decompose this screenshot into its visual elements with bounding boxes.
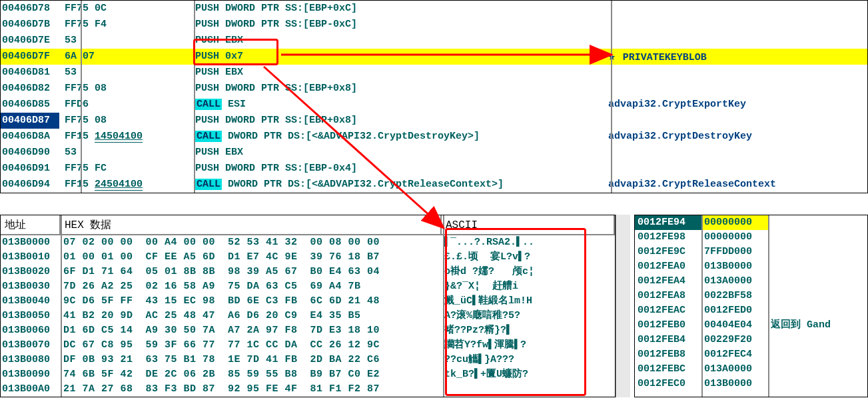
- hex-bytes: 41 B2 20 9D AC 25 48 47 A6 D6 20 C9 E4 3…: [61, 309, 442, 323]
- asm-bytes: FF15 24504100: [59, 177, 193, 193]
- stack-comment: [768, 274, 867, 289]
- asm-bytes: FF75 F4: [59, 17, 193, 33]
- asm-comment: [606, 145, 867, 161]
- asm-bytes: 53: [59, 145, 193, 161]
- hex-ascii: o褂d ?嬬? 颅c¦: [442, 265, 615, 279]
- stack-row[interactable]: 0012FEBC013A0000: [635, 362, 867, 377]
- hex-row[interactable]: 013B00206F D1 71 64 05 01 8B 8B 98 39 A5…: [1, 265, 615, 279]
- asm-row[interactable]: 00406D8153PUSH EBX: [1, 65, 867, 81]
- stack-address: 0012FEB8: [635, 347, 701, 362]
- hex-ascii: £.£.顷 宴L?v▌?: [442, 250, 615, 265]
- hex-bytes: 7D 26 A2 25 02 16 58 A9 75 DA 63 C5 69 A…: [61, 279, 442, 294]
- stack-value: 013B0000: [701, 377, 768, 391]
- asm-row[interactable]: 00406D85FFD6CALL ESIadvapi32.CryptExport…: [1, 97, 867, 113]
- stack-comment: [768, 377, 867, 391]
- hex-row[interactable]: 013B0070DC 67 C8 95 59 3F 66 77 77 1C CC…: [1, 338, 615, 353]
- stack-row[interactable]: 0012FEAC0012FED0: [635, 303, 867, 318]
- hex-bytes: 01 00 01 00 CF EE A5 6D D1 E7 4C 9E 39 7…: [61, 250, 442, 265]
- asm-instruction: PUSH DWORD PTR SS:[EBP+0x8]: [193, 113, 606, 129]
- stack-row[interactable]: 0012FEC0013B0000: [635, 377, 867, 391]
- stack-comment: [768, 333, 867, 347]
- hex-row[interactable]: 013B000007 02 00 00 00 A4 00 00 52 53 41…: [1, 235, 615, 250]
- stack-comment: [768, 230, 867, 245]
- asm-comment: [606, 113, 867, 129]
- stack-row[interactable]: 0012FE9400000000: [635, 215, 867, 230]
- stack-row[interactable]: 0012FE9C7FFDD000: [635, 245, 867, 259]
- asm-row[interactable]: 00406D7F6A 07PUSH 0x7★ PRIVATEKEYBLOB: [1, 49, 867, 65]
- asm-row[interactable]: 00406D78FF75 0CPUSH DWORD PTR SS:[EBP+0x…: [1, 1, 867, 17]
- hex-row[interactable]: 013B001001 00 01 00 CF EE A5 6D D1 E7 4C…: [1, 250, 615, 265]
- hex-ascii: 褚??Pz?糈}?▌: [442, 323, 615, 338]
- hex-bytes: 07 02 00 00 00 A4 00 00 52 53 41 32 00 0…: [61, 235, 442, 250]
- hex-address: 013B0030: [1, 279, 61, 294]
- hex-row[interactable]: 013B0060D1 6D C5 14 A9 30 50 7A A7 2A 97…: [1, 323, 615, 338]
- stack-value: 00404E04: [701, 318, 768, 333]
- asm-instruction: CALL DWORD PTR DS:[<&ADVAPI32.CryptRelea…: [193, 177, 606, 193]
- asm-address: 00406D81: [1, 65, 59, 81]
- asm-bytes: FF75 08: [59, 113, 193, 129]
- hex-bytes: 9C D6 5F FF 43 15 EC 98 BD 6E C3 FB 6C 6…: [61, 294, 442, 309]
- hex-address: 013B0010: [1, 250, 61, 265]
- asm-address: 00406D7F: [1, 49, 59, 65]
- stack-pane[interactable]: 0012FE94000000000012FE98000000000012FE9C…: [634, 215, 868, 397]
- stack-row[interactable]: 0012FEA0013B0000: [635, 259, 867, 274]
- stack-address: 0012FE98: [635, 230, 701, 245]
- asm-comment: ★ PRIVATEKEYBLOB: [606, 49, 867, 65]
- asm-row[interactable]: 00406D9053PUSH EBX: [1, 145, 867, 161]
- asm-row[interactable]: 00406D7BFF75 F4PUSH DWORD PTR SS:[EBP-0x…: [1, 17, 867, 33]
- asm-row[interactable]: 00406D82FF75 08PUSH DWORD PTR SS:[EBP+0x…: [1, 81, 867, 97]
- asm-row[interactable]: 00406D91FF75 FCPUSH DWORD PTR SS:[EBP-0x…: [1, 161, 867, 177]
- stack-address: 0012FEAC: [635, 303, 701, 318]
- stack-row[interactable]: 0012FEA4013A0000: [635, 274, 867, 289]
- stack-row[interactable]: 0012FEA80022BF58: [635, 289, 867, 303]
- hex-address: 013B0050: [1, 309, 61, 323]
- asm-instruction: PUSH DWORD PTR SS:[EBP+0x8]: [193, 81, 606, 97]
- hex-scrollbar[interactable]: [616, 215, 630, 397]
- hex-row[interactable]: 013B0080DF 0B 93 21 63 75 B1 78 1E 7D 41…: [1, 353, 615, 367]
- hex-dump-pane[interactable]: 地址 HEX 数据 ASCII 013B000007 02 00 00 00 A…: [0, 215, 616, 397]
- hex-row[interactable]: 013B00A021 7A 27 68 83 F3 BD 87 92 95 FE…: [1, 382, 615, 397]
- asm-comment: advapi32.CryptReleaseContext: [606, 177, 867, 193]
- stack-address: 0012FEB0: [635, 318, 701, 333]
- stack-value: 00000000: [701, 215, 768, 230]
- hex-ascii: }&?¯X¦ 赶艚i: [442, 279, 615, 294]
- hex-ascii: tk_B?▌+匵U蠊防?: [442, 367, 615, 382]
- stack-comment: [768, 362, 867, 377]
- asm-address: 00406D78: [1, 1, 59, 17]
- asm-instruction: PUSH EBX: [193, 33, 606, 49]
- hex-address: 013B0040: [1, 294, 61, 309]
- asm-address: 00406D85: [1, 97, 59, 113]
- stack-row[interactable]: 0012FEB400229F20: [635, 333, 867, 347]
- stack-value: 013A0000: [701, 274, 768, 289]
- asm-address: 00406D90: [1, 145, 59, 161]
- asm-row[interactable]: 00406D8AFF15 14504100CALL DWORD PTR DS:[…: [1, 129, 867, 145]
- hex-bytes: DC 67 C8 95 59 3F 66 77 77 1C CC DA CC 2…: [61, 338, 442, 353]
- stack-comment: [768, 303, 867, 318]
- asm-instruction: PUSH EBX: [193, 65, 606, 81]
- hex-address: 013B0080: [1, 353, 61, 367]
- stack-address: 0012FE9C: [635, 245, 701, 259]
- asm-comment: advapi32.CryptExportKey: [606, 97, 867, 113]
- asm-row[interactable]: 00406D87FF75 08PUSH DWORD PTR SS:[EBP+0x…: [1, 113, 867, 129]
- stack-value: 0012FED0: [701, 303, 768, 318]
- stack-row[interactable]: 0012FE9800000000: [635, 230, 867, 245]
- stack-comment: [768, 215, 867, 230]
- hex-row[interactable]: 013B00409C D6 5F FF 43 15 EC 98 BD 6E C3…: [1, 294, 615, 309]
- stack-row[interactable]: 0012FEB80012FEC4: [635, 347, 867, 362]
- stack-row[interactable]: 0012FEB000404E04返回到 Gand: [635, 318, 867, 333]
- stack-address: 0012FEC0: [635, 377, 701, 391]
- hex-ascii: A?滚%廰唁稚?5?: [442, 309, 615, 323]
- stack-address: 0012FEBC: [635, 362, 701, 377]
- hex-row[interactable]: 013B009074 6B 5F 42 DE 2C 06 2B 85 59 55…: [1, 367, 615, 382]
- stack-comment: [768, 259, 867, 274]
- disassembly-pane[interactable]: 00406D78FF75 0CPUSH DWORD PTR SS:[EBP+0x…: [0, 0, 868, 193]
- hex-row[interactable]: 013B005041 B2 20 9D AC 25 48 47 A6 D6 20…: [1, 309, 615, 323]
- hex-bytes: 21 7A 27 68 83 F3 BD 87 92 95 FE 4F 81 F…: [61, 382, 442, 397]
- asm-row[interactable]: 00406D7E53PUSH EBX: [1, 33, 867, 49]
- hex-bytes: DF 0B 93 21 63 75 B1 78 1E 7D 41 FB 2D B…: [61, 353, 442, 367]
- hex-row[interactable]: 013B00307D 26 A2 25 02 16 58 A9 75 DA 63…: [1, 279, 615, 294]
- stack-comment: [768, 245, 867, 259]
- hex-header-hex: HEX 数据: [61, 215, 442, 234]
- asm-row[interactable]: 00406D94FF15 24504100CALL DWORD PTR DS:[…: [1, 177, 867, 193]
- hex-ascii: 溅_üC▌鞋緞名lm!H: [442, 294, 615, 309]
